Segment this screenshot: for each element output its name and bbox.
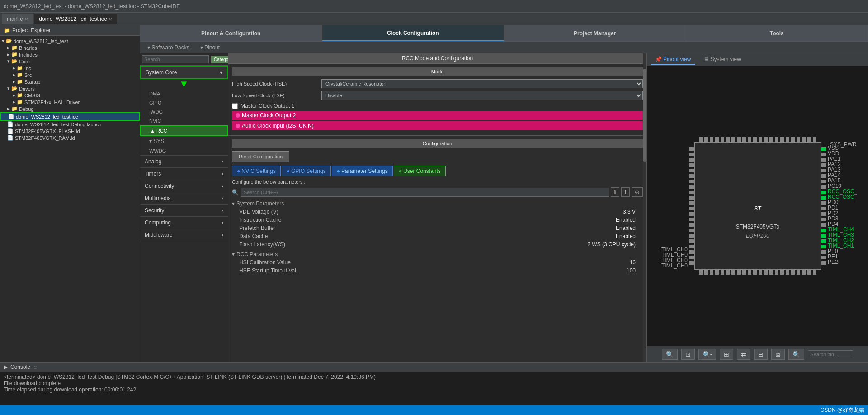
system-params-title[interactable]: ▾ System Parameters <box>232 200 643 208</box>
tree-item-drivers[interactable]: ▾ 📂 Drivers <box>0 85 140 92</box>
zoom-split-btn[interactable]: ⊟ <box>754 349 768 360</box>
tab-project-manager[interactable]: Project Manager <box>504 25 686 41</box>
zoom-fit-btn[interactable]: 🔍 <box>662 349 678 360</box>
tab-tools[interactable]: Tools <box>686 25 868 41</box>
view-tabs-bar: 📌 Pinout view 🖥 System view <box>647 53 868 66</box>
tree-item-inc[interactable]: ▸ 📁 Inc <box>0 65 140 72</box>
category-item-rcc[interactable]: ▲ RCC <box>140 125 228 136</box>
expand-timers-icon: › <box>222 171 223 177</box>
category-search-bar: Categories A→Z ⚙ <box>140 53 228 66</box>
config-tab-user[interactable]: ● User Constants <box>394 166 446 176</box>
search-pin-btn[interactable]: 🔍 <box>788 349 804 360</box>
params-info-btn-1[interactable]: ℹ <box>611 187 619 197</box>
tree-item-ioc-file[interactable]: 📄 dome_WS2812_led_test.ioc ◄ <box>0 112 140 121</box>
config-tab-gpio[interactable]: ● GPIO Settings <box>282 166 331 176</box>
svg-rect-22 <box>807 137 811 143</box>
zoom-pin-btn[interactable]: ⊠ <box>771 349 785 360</box>
project-tree[interactable]: ▾ 📂 dome_WS2812_led_test ▸ 📁 Binaries ▸ … <box>0 36 140 362</box>
system-view-tab[interactable]: 🖥 System view <box>699 55 745 65</box>
zoom-flip-btn[interactable]: ⇄ <box>737 349 750 360</box>
category-item-wwdg[interactable]: WWDG <box>140 146 228 155</box>
software-packs-menu[interactable]: ▾ Software Packs <box>147 44 189 51</box>
params-info-btn-2[interactable]: ℹ <box>621 187 630 197</box>
config-bottom-section: Configuration Reset Configuration ● NVIC… <box>228 136 646 362</box>
tree-item-ram-ld[interactable]: 📄 STM32F405VGTX_RAM.ld <box>0 134 140 141</box>
zoom-orient-btn[interactable]: ⊞ <box>720 349 733 360</box>
window-title: dome_WS2812_led_test - dome_WS2812_led_t… <box>4 3 180 10</box>
reset-config-button[interactable]: Reset Configuration <box>232 151 289 162</box>
pinout-menu[interactable]: ▾ Pinout <box>200 44 220 51</box>
svg-rect-13 <box>759 137 762 143</box>
tree-item-core[interactable]: ▾ 📂 Core <box>0 58 140 65</box>
rcc-params-title[interactable]: ▾ RCC Parameters <box>232 250 643 258</box>
category-search-input[interactable] <box>142 55 209 63</box>
svg-rect-64 <box>689 245 694 248</box>
zoom-out-btn[interactable]: 🔍- <box>698 349 717 360</box>
svg-rect-6 <box>721 137 724 143</box>
svg-rect-73 <box>821 174 826 178</box>
hse-label: High Speed Clock (HSE) <box>232 81 318 86</box>
svg-rect-75 <box>821 185 826 189</box>
tree-item-cmsis[interactable]: ▸ 📁 CMSIS <box>0 92 140 99</box>
tab-pinout-config[interactable]: Pinout & Configuration <box>140 25 322 41</box>
tree-item-startup[interactable]: ▸ 📁 Startup <box>0 78 140 85</box>
project-folder-icon: 📂 <box>6 38 12 44</box>
tree-item-launch[interactable]: 📄 dome_WS2812_led_test Debug.launch <box>0 121 140 128</box>
console-panel: ▶ Console ☺ <terminated> dome_WS2812_led… <box>0 362 868 405</box>
svg-rect-71 <box>821 163 826 167</box>
tree-item-hal[interactable]: ▸ 📁 STM32F4xx_HAL_Driver <box>0 99 140 105</box>
svg-text:STM32F405VGTx: STM32F405VGTx <box>736 224 779 230</box>
tab-main-c[interactable]: main.c ✕ <box>2 14 33 24</box>
category-header-connectivity[interactable]: Connectivity › <box>140 180 228 192</box>
category-header-middleware[interactable]: Middleware › <box>140 229 228 241</box>
tab-ioc[interactable]: dome_WS2812_led_test.ioc ✕ <box>34 14 117 24</box>
svg-rect-14 <box>764 137 768 143</box>
category-header-security[interactable]: Security › <box>140 205 228 216</box>
tree-item-src[interactable]: ▸ 📁 Src <box>0 72 140 78</box>
category-header-multimedia[interactable]: Multimedia › <box>140 192 228 204</box>
master-clock-1-row: Master Clock Output 1 <box>232 103 643 109</box>
expand-connectivity-icon: › <box>222 183 223 189</box>
category-item-gpio[interactable]: GPIO <box>140 98 228 107</box>
category-header-analog[interactable]: Analog › <box>140 156 228 167</box>
pinout-view-tab[interactable]: 📌 Pinout view <box>651 55 695 65</box>
config-scrollbar[interactable] <box>643 53 646 362</box>
category-item-dma[interactable]: DMA <box>140 89 228 98</box>
tree-item-root[interactable]: ▾ 📂 dome_WS2812_led_test <box>0 38 140 44</box>
params-search-input[interactable] <box>241 188 609 197</box>
expand-system-core-icon: ▾ <box>220 69 222 76</box>
category-header-timers[interactable]: Timers › <box>140 168 228 180</box>
tree-item-binaries[interactable]: ▸ 📁 Binaries <box>0 44 140 51</box>
system-params-group: ▾ System Parameters VDD voltage (V) 3.3 … <box>232 200 643 248</box>
category-item-nvic[interactable]: NVIC <box>140 116 228 125</box>
chip-svg: VSS VDD PA11 PA12 PA13 PA14 PA15 PC10 RC… <box>658 106 857 305</box>
category-header-computing[interactable]: Computing › <box>140 217 228 229</box>
lse-row: Low Speed Clock (LSE) Disable Crystal Re… <box>232 91 643 100</box>
close-main-c-icon[interactable]: ✕ <box>24 17 28 22</box>
lse-select[interactable]: Disable Crystal Resonator External Clock <box>321 91 643 100</box>
categories-btn[interactable]: Categories <box>211 56 228 63</box>
category-group-system-core: System Core ▾ ▼ DMA GPIO IWDG NVIC ▲ RCC… <box>140 66 228 156</box>
svg-rect-29 <box>726 269 730 275</box>
console-line-1: <terminated> dome_WS2812_led_test Debug … <box>4 374 864 380</box>
tab-clock-config[interactable]: Clock Configuration <box>322 25 505 41</box>
category-header-system-core[interactable]: System Core ▾ <box>140 66 228 79</box>
svg-rect-28 <box>721 269 724 275</box>
hse-select[interactable]: Crystal/Ceramic Resonator Disable Extern… <box>321 79 643 88</box>
config-tab-params[interactable]: ● Parameter Settings <box>332 166 393 176</box>
zoom-frame-btn[interactable]: ⊡ <box>681 349 695 360</box>
params-expand-btn[interactable]: ⊕ <box>632 187 643 197</box>
master-clock-1-checkbox[interactable] <box>232 103 238 109</box>
tree-item-debug[interactable]: ▸ 📁 Debug <box>0 105 140 112</box>
category-item-iwdg[interactable]: IWDG <box>140 107 228 116</box>
pin-search-input[interactable] <box>808 350 853 358</box>
svg-rect-12 <box>753 137 757 143</box>
tree-item-flash-ld[interactable]: 📄 STM32F405VGTX_FLASH.ld <box>0 128 140 134</box>
tree-item-includes[interactable]: ▸ 📁 Includes <box>0 51 140 58</box>
category-item-sys[interactable]: ▾ SYS <box>140 136 228 146</box>
close-ioc-icon[interactable]: ✕ <box>108 17 112 22</box>
svg-rect-88 <box>821 256 826 259</box>
main-content-area: Categories A→Z ⚙ System Core ▾ ▼ DMA GPI… <box>140 53 868 362</box>
config-tab-nvic[interactable]: ● NVIC Settings <box>232 166 281 176</box>
svg-rect-82 <box>821 223 826 227</box>
